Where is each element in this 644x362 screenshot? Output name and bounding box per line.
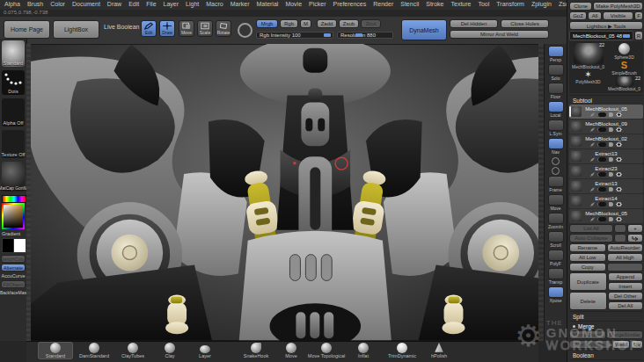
export-visible-button[interactable]: Visible bbox=[603, 11, 633, 20]
all-low-button[interactable]: All Low bbox=[569, 253, 606, 262]
menu-preferences[interactable]: Preferences bbox=[333, 1, 367, 9]
move-canvas-button[interactable]: Move bbox=[547, 194, 565, 211]
eye-icon[interactable] bbox=[616, 202, 622, 206]
eye-icon[interactable] bbox=[616, 142, 622, 147]
tray-brush-move[interactable]: Move bbox=[274, 343, 308, 358]
main-color-swatch[interactable] bbox=[2, 238, 14, 253]
rgb-button[interactable]: Rgb bbox=[280, 19, 298, 28]
list-all-button[interactable]: List All bbox=[569, 224, 613, 233]
tray-brush-inflat[interactable]: Inflat bbox=[347, 343, 380, 358]
eye-icon[interactable] bbox=[616, 112, 622, 117]
menu-alpha[interactable]: Alpha bbox=[4, 1, 20, 9]
switch-color-button[interactable]: SwitchColor bbox=[1, 255, 26, 263]
eye-icon[interactable] bbox=[616, 187, 622, 192]
merge-visible-button[interactable]: MergeVisible bbox=[569, 340, 611, 349]
eye-icon[interactable] bbox=[616, 157, 622, 162]
weld-button[interactable]: Weld bbox=[612, 340, 630, 349]
menu-edit[interactable]: Edit bbox=[128, 1, 139, 9]
eye-icon[interactable] bbox=[616, 172, 622, 177]
menu-texture[interactable]: Texture bbox=[450, 1, 471, 9]
transp-button[interactable]: Transp bbox=[547, 268, 565, 285]
tray-brush-layer[interactable]: Layer bbox=[188, 343, 222, 358]
mirror-and-weld-button[interactable]: Mirror And Weld bbox=[450, 30, 549, 39]
menu-stencil[interactable]: Stencil bbox=[400, 1, 419, 9]
uv-button[interactable]: Uv bbox=[631, 340, 643, 349]
active-tool-slider[interactable]: MechBlockout_05 48 bbox=[569, 31, 633, 40]
menu-color[interactable]: Color bbox=[50, 1, 65, 9]
visibility-toggle-icon[interactable] bbox=[597, 217, 606, 221]
polypaint-icon[interactable] bbox=[590, 217, 595, 221]
tray-brush-snakehook[interactable]: SnakeHook bbox=[239, 343, 273, 358]
alternate-button[interactable]: Alternate bbox=[1, 264, 26, 272]
subtool-row[interactable]: Extract13 bbox=[569, 149, 643, 163]
lightbox-button[interactable]: LightBox bbox=[53, 20, 99, 39]
sculpt-icon[interactable] bbox=[609, 172, 613, 177]
zoom-out-icon[interactable] bbox=[552, 167, 560, 175]
merge-similar-button[interactable]: MergeSimilar bbox=[607, 330, 644, 339]
split-section[interactable]: Split bbox=[569, 311, 643, 321]
visibility-toggle-icon[interactable] bbox=[597, 112, 606, 117]
menu-picker[interactable]: Picker bbox=[309, 1, 326, 9]
menu-brush[interactable]: Brush bbox=[27, 1, 43, 9]
zoom-in-icon[interactable] bbox=[552, 157, 560, 165]
xpose-button[interactable]: Xpose bbox=[547, 286, 565, 303]
subtool-row[interactable]: MechBlockout_05 bbox=[569, 209, 643, 223]
menu-layer[interactable]: Layer bbox=[164, 1, 179, 9]
make-polymesh3d-button[interactable]: Make PolyMesh3D bbox=[593, 2, 643, 11]
tray-brush-trimdynamic[interactable]: TrimDynamic bbox=[385, 343, 419, 358]
sphere3d-tool[interactable]: Sphere3D bbox=[607, 43, 641, 60]
add-subtool-button[interactable]: + bbox=[627, 224, 643, 233]
persp-button[interactable]: Persp bbox=[547, 46, 565, 62]
visibility-toggle-icon[interactable] bbox=[597, 142, 606, 147]
menu-draw[interactable]: Draw bbox=[107, 1, 121, 9]
edit-mode-button[interactable]: Edit bbox=[141, 20, 157, 37]
tray-brush-claytubes[interactable]: ClayTubes bbox=[116, 343, 150, 358]
sculpt-icon[interactable] bbox=[609, 142, 613, 147]
frame-button[interactable]: Frame bbox=[547, 176, 565, 192]
autoreorder-button[interactable]: AutoReorder bbox=[607, 243, 644, 252]
subtool-row[interactable]: Extract23 bbox=[569, 164, 643, 178]
tray-brush-hpolish[interactable]: hPolish bbox=[422, 343, 456, 358]
collapse-arrow-button[interactable] bbox=[627, 234, 643, 243]
sculpt-icon[interactable] bbox=[609, 127, 613, 132]
del-hidden-button[interactable]: Del Hidden bbox=[450, 19, 498, 28]
duplicate-button[interactable]: Duplicate bbox=[569, 272, 607, 291]
current-stroke-thumbnail[interactable]: Dots bbox=[2, 70, 25, 95]
mechblockout-tool[interactable]: 22 MechBlockout_0 bbox=[607, 76, 641, 91]
close-holes-button[interactable]: Close Holes bbox=[501, 19, 549, 28]
resolution-slider[interactable]: Resolution 880 bbox=[337, 32, 393, 39]
auto-collapse-button[interactable]: Auto Collapse bbox=[569, 234, 613, 243]
current-alpha-thumbnail[interactable]: Alpha Off bbox=[2, 98, 25, 127]
menu-file[interactable]: File bbox=[146, 1, 156, 9]
menu-movie[interactable]: Movie bbox=[285, 1, 302, 9]
zcut-button[interactable]: Zcut bbox=[361, 19, 381, 28]
accucurve-label[interactable]: AccuCurve bbox=[0, 273, 26, 279]
zoom3d-button[interactable]: ZoomIn bbox=[547, 213, 565, 229]
current-material-thumbnail[interactable]: MatCap Gorilla bbox=[2, 162, 25, 192]
subtool-row[interactable]: MechBlockout_09 bbox=[569, 119, 643, 134]
current-texture-thumbnail[interactable]: Texture Off bbox=[2, 130, 25, 158]
export-all-button[interactable]: All bbox=[588, 11, 602, 20]
merge-down-button[interactable]: MergeDown bbox=[569, 330, 606, 339]
eye-icon[interactable] bbox=[616, 127, 622, 132]
scroll-button[interactable]: Scroll bbox=[547, 231, 565, 248]
polypaint-icon[interactable] bbox=[590, 112, 595, 117]
hue-spectrum-slider[interactable] bbox=[2, 195, 26, 203]
local-button[interactable]: Local bbox=[547, 101, 565, 118]
zsub-button[interactable]: Zsub bbox=[339, 19, 359, 28]
sculpt-viewport[interactable] bbox=[26, 44, 538, 341]
slider-handle[interactable] bbox=[623, 34, 630, 38]
menu-stroke[interactable]: Stroke bbox=[426, 1, 443, 9]
solo-button[interactable]: Solo bbox=[547, 64, 565, 81]
mrgb-button[interactable]: Mrgb bbox=[256, 19, 278, 28]
sculpt-icon[interactable] bbox=[609, 202, 613, 206]
visibility-toggle-icon[interactable] bbox=[597, 187, 606, 192]
subtool-row[interactable]: MechBlockout_05 bbox=[569, 105, 643, 119]
del-other-button[interactable]: Del Other bbox=[608, 292, 644, 300]
tray-brush-clay[interactable]: Clay bbox=[153, 343, 187, 358]
slider-handle[interactable] bbox=[355, 33, 362, 37]
live-boolean-toggle[interactable]: Live Boolean bbox=[104, 24, 139, 30]
menu-tool[interactable]: Tool bbox=[478, 1, 489, 9]
subtool-section-header[interactable]: Subtool bbox=[569, 95, 643, 105]
menu-material[interactable]: Material bbox=[256, 1, 278, 9]
